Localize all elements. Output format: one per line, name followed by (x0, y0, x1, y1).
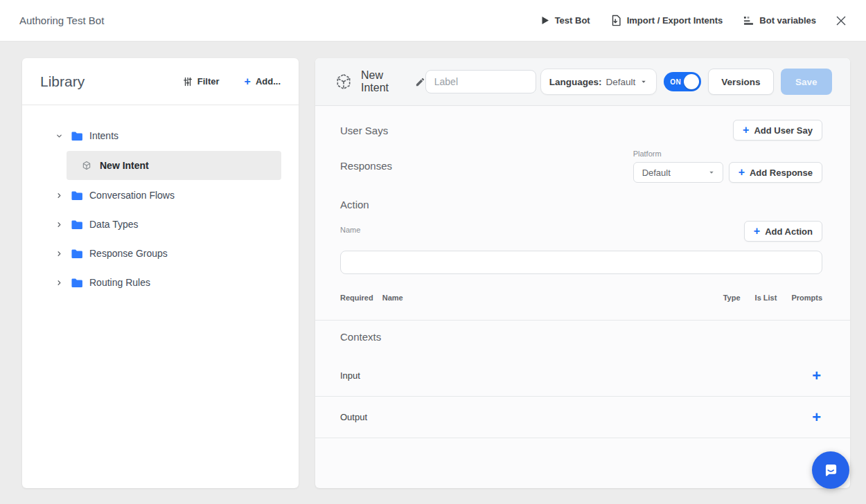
add-response-label: Add Response (750, 168, 813, 178)
library-tree: Intents New Intent Conversation Flows (22, 105, 299, 296)
bot-variables-icon (743, 16, 754, 26)
label-input[interactable] (425, 70, 536, 93)
folder-icon (71, 219, 82, 230)
column-name: Name (382, 294, 403, 302)
toggle-on-label: ON (670, 78, 681, 86)
sidebar-item-response-groups[interactable]: Response Groups (22, 240, 299, 267)
chevron-right-icon (54, 221, 64, 228)
section-divider (315, 320, 850, 321)
sidebar-item-routing-rules[interactable]: Routing Rules (22, 269, 299, 296)
sidebar-item-data-types[interactable]: Data Types (22, 210, 299, 238)
add-output-context-icon[interactable]: + (812, 410, 821, 425)
add-input-context-icon[interactable]: + (812, 368, 821, 384)
languages-value: Default (606, 77, 636, 87)
import-export-intents-button[interactable]: Import / Export Intents (611, 15, 723, 26)
action-name-input[interactable] (340, 251, 822, 274)
versions-button[interactable]: Versions (708, 69, 773, 95)
languages-label: Languages: (549, 77, 602, 87)
tree-item-label: Routing Rules (89, 277, 150, 288)
platform-value: Default (642, 168, 671, 178)
test-bot-label: Test Bot (555, 15, 590, 26)
folder-icon (71, 278, 82, 288)
add-label: Add... (256, 76, 281, 87)
column-type: Type (723, 294, 741, 302)
save-button[interactable]: Save (781, 69, 832, 95)
chat-launcher-button[interactable] (812, 451, 849, 489)
tree-item-label: Conversation Flows (89, 190, 175, 201)
topbar-actions: Test Bot Import / Export Intents Bot v (541, 15, 847, 26)
sidebar-item-new-intent[interactable]: New Intent (67, 151, 281, 180)
caret-down-icon (639, 78, 648, 86)
intent-name: New Intent (361, 69, 408, 94)
tree-item-label: Response Groups (89, 248, 168, 259)
platform-label: Platform (633, 150, 662, 158)
intent-icon (82, 161, 91, 170)
intent-editor-panel: New Intent Languages: Default ON Version… (315, 58, 850, 488)
folder-icon (71, 190, 82, 201)
filter-button[interactable]: Filter (183, 76, 220, 87)
tree-item-label: Data Types (89, 219, 139, 230)
chat-bubble-icon (820, 460, 841, 480)
edit-pencil-icon[interactable] (415, 77, 425, 87)
column-prompts: Prompts (791, 294, 822, 302)
app-title: Authoring Test Bot (19, 15, 104, 26)
chevron-right-icon (54, 279, 64, 287)
intent-editor-content: User Says + Add User Say Responses Platf… (315, 106, 850, 487)
add-button[interactable]: + Add... (245, 76, 281, 87)
add-action-button[interactable]: + Add Action (744, 221, 822, 242)
platform-dropdown[interactable]: Default (633, 162, 723, 183)
bot-variables-button[interactable]: Bot variables (743, 15, 816, 26)
parameters-table-header: Required Name Type Is List Prompts (340, 294, 822, 302)
add-action-label: Add Action (765, 226, 813, 237)
add-user-say-label: Add User Say (754, 125, 813, 136)
test-bot-button[interactable]: Test Bot (541, 15, 590, 26)
contexts-heading: Contexts (340, 331, 381, 343)
context-input-row: Input + (315, 355, 850, 397)
folder-icon (71, 249, 82, 259)
filter-label: Filter (197, 76, 220, 87)
tree-item-label: Intents (89, 130, 118, 141)
chevron-right-icon (54, 192, 64, 199)
sidebar-item-intents[interactable]: Intents (22, 122, 299, 150)
responses-heading: Responses (340, 160, 392, 172)
plus-icon: + (754, 226, 760, 237)
filter-icon (183, 77, 193, 87)
intent-editor-header: New Intent Languages: Default ON Version… (315, 58, 850, 106)
add-user-say-button[interactable]: + Add User Say (733, 120, 822, 141)
sidebar-item-conversation-flows[interactable]: Conversation Flows (22, 181, 299, 209)
close-icon[interactable] (836, 15, 847, 26)
save-label: Save (795, 77, 818, 87)
context-output-label: Output (340, 412, 367, 422)
toggle-knob (684, 74, 699, 89)
action-heading: Action (340, 199, 369, 210)
import-export-label: Import / Export Intents (627, 15, 723, 26)
topbar: Authoring Test Bot Test Bot Import / Exp… (0, 0, 866, 42)
context-output-row: Output + (315, 397, 850, 438)
plus-icon: + (245, 76, 251, 87)
import-export-icon (611, 15, 621, 26)
intent-enabled-toggle[interactable]: ON (664, 72, 701, 91)
tree-item-label: New Intent (100, 160, 149, 171)
library-header: Library Filter + Add... (22, 58, 299, 105)
action-name-label: Name (340, 226, 360, 234)
add-response-button[interactable]: + Add Response (729, 162, 822, 183)
plus-icon: + (743, 125, 749, 136)
library-panel: Library Filter + Add... (22, 58, 299, 488)
caret-down-icon (707, 168, 716, 177)
versions-label: Versions (721, 77, 760, 87)
languages-dropdown[interactable]: Languages: Default (540, 69, 657, 95)
chevron-right-icon (54, 250, 64, 258)
library-title: Library (40, 73, 85, 90)
play-icon (541, 16, 549, 25)
plus-icon: + (739, 167, 745, 178)
context-input-label: Input (340, 370, 360, 381)
column-is-list: Is List (755, 294, 777, 302)
chevron-down-icon (54, 132, 64, 140)
intent-icon (335, 73, 353, 91)
column-required: Required (340, 294, 373, 302)
folder-icon (71, 131, 82, 141)
user-says-heading: User Says (340, 125, 388, 136)
bot-variables-label: Bot variables (759, 15, 816, 26)
